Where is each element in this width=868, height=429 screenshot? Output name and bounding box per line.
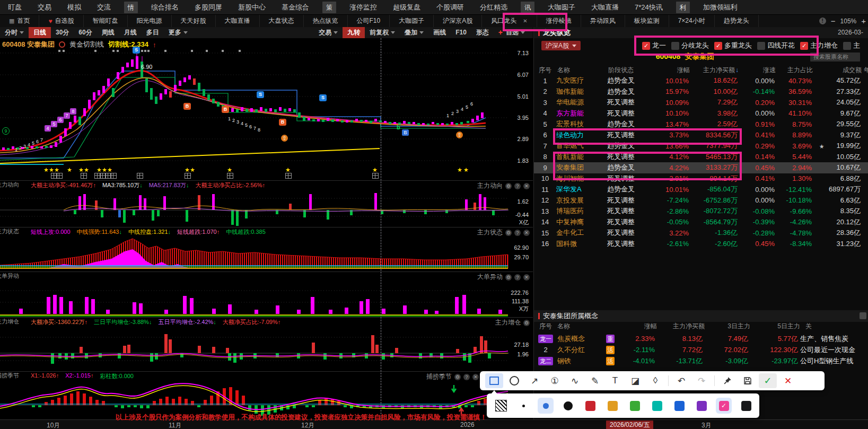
menu-item[interactable]: 盯盘 [0, 0, 30, 14]
menu-item[interactable]: 模拟 [59, 0, 89, 14]
mini-grid-icon[interactable] [285, 173, 292, 179]
table-row[interactable]: 3 华电能源 死叉调整 10.09% 7.29亿 0.20% 30.31% 24… [534, 97, 868, 108]
menu-item[interactable]: 新股中心 [230, 0, 274, 14]
menu-item[interactable]: 7*24快讯 [627, 0, 671, 14]
tool-button[interactable]: F10 [451, 27, 471, 38]
table-row[interactable]: 1 九安医疗 趋势金叉 10.01% 18.62亿 0.00% 40.73% 4… [534, 75, 868, 86]
menu-item[interactable]: 多股同屏 [187, 0, 230, 14]
palette-swatch[interactable] [560, 398, 576, 414]
tool-button[interactable]: 形态 [471, 27, 494, 38]
tab[interactable]: 首页 [0, 15, 39, 27]
number-stamp-tool[interactable]: ① [546, 373, 564, 388]
period-button[interactable]: 多日 [142, 27, 164, 38]
palette-swatch[interactable] [694, 398, 709, 414]
mini-grid-icon[interactable] [110, 173, 117, 179]
help-icon[interactable]: ? [514, 183, 521, 189]
close-icon[interactable]: ✕ [523, 274, 530, 281]
tab[interactable]: 7×24小时 [669, 15, 715, 27]
period-button[interactable]: 月线 [119, 27, 142, 38]
menu-item[interactable]: 交易 [30, 0, 59, 14]
table-row[interactable]: 12 京投发展 死叉调整 -7.24% -6752.86万 0.00% -10.… [534, 195, 868, 206]
indicator-panel-zhuli-zhuangtai[interactable]: 主力状态 短线上攻:0.000中线强势:11.643↓中线控盘:1.321↓短线… [0, 227, 533, 272]
tab[interactable]: 大盘状态 [260, 15, 304, 27]
cancel-button[interactable]: ✕ [779, 373, 797, 388]
menu-item[interactable]: 基金综合 [274, 0, 317, 14]
tab[interactable]: 热点纵览 [304, 15, 348, 27]
table-row[interactable]: 13 博瑞医药 死叉调整 -2.86% -8072.72万 -0.08% -9.… [534, 206, 868, 217]
tab[interactable]: 板块监测 [625, 15, 669, 27]
palette-swatch[interactable] [604, 398, 620, 414]
market-select-button[interactable]: 沪深A股 [541, 41, 581, 50]
palette-swatch[interactable] [738, 398, 754, 414]
palette-swatch[interactable] [538, 398, 554, 414]
pin-button[interactable] [718, 373, 737, 388]
main-chart[interactable]: 600408 安泰集团 黄金切割线 切割线:2.334 ↑ 6 [0, 38, 533, 180]
mini-grid-icon[interactable] [227, 173, 233, 179]
redo-button[interactable]: ↷ [692, 373, 711, 388]
tab[interactable]: 大咖直播 [216, 15, 260, 27]
tool-button[interactable]: 前复权 [365, 27, 400, 38]
rectangle-tool[interactable] [485, 373, 503, 388]
tab[interactable]: 大咖圆子 [390, 15, 434, 27]
palette-swatch[interactable]: ✓ [716, 398, 732, 414]
period-button[interactable]: 60分 [74, 27, 97, 38]
tab[interactable]: 公司F10 [348, 15, 390, 27]
table-row[interactable]: 2 久不分红 活 -2.11% 7.72亿 72.02亿 122.30亿 公司最… [534, 344, 868, 355]
freehand-tool[interactable]: ∿ [566, 373, 584, 388]
gear-icon[interactable]: ⚙ [505, 183, 512, 189]
table-row[interactable]: 4 东方新能 死叉调整 10.10% 3.98亿 0.00% 41.10% 9.… [534, 108, 868, 119]
help-icon[interactable]: ? [514, 274, 521, 281]
gear-icon[interactable]: ⚙ [523, 320, 530, 326]
undo-button[interactable]: ↶ [672, 373, 690, 388]
palette-swatch[interactable] [515, 398, 531, 414]
menu-item[interactable]: 分红精选 [472, 0, 515, 14]
checkbox-icon[interactable] [843, 42, 851, 50]
mini-grid-icon[interactable] [372, 173, 379, 179]
indicator-icon[interactable] [59, 41, 65, 48]
table-row[interactable]: 龙一 焦炭概念 重 2.33% 8.13亿 7.49亿 5.77亿 生产、销售焦… [534, 333, 868, 344]
menu-item[interactable]: 个股调研 [428, 0, 472, 14]
tab[interactable]: 趋势龙头 [715, 15, 759, 27]
palette-swatch[interactable] [649, 398, 665, 414]
help-icon[interactable]: ? [514, 230, 521, 236]
tab[interactable]: 阳光电源 [128, 15, 172, 27]
period-button[interactable]: 周线 [97, 27, 119, 38]
table-row[interactable]: 2 珈伟新能 趋势金叉 15.97% 10.00亿 -0.14% 36.59% … [534, 86, 868, 98]
tab[interactable]: 异动跟风 [581, 15, 625, 27]
eraser-tool[interactable]: ◊ [646, 373, 664, 388]
arrow-tool[interactable]: ↗ [525, 373, 543, 388]
tool-button[interactable]: 画线 [428, 27, 451, 38]
gear-icon[interactable]: ⚙ [454, 374, 461, 380]
mini-grid-icon[interactable] [56, 173, 63, 179]
text-tool[interactable]: T [606, 373, 624, 388]
tool-button[interactable]: 叠加 [400, 27, 428, 38]
tool-button[interactable]: 九转 [343, 27, 365, 38]
gear-icon[interactable]: ⚙ [505, 230, 512, 236]
mini-grid-icon[interactable] [81, 173, 87, 179]
favorite-icon[interactable]: ★ [819, 143, 825, 150]
period-button[interactable]: 30分 [51, 27, 74, 38]
menu-item[interactable]: 大咖直播 [583, 0, 627, 14]
tab[interactable]: 沪深京A股 [434, 15, 482, 27]
menu-item[interactable]: 利 [676, 2, 690, 13]
table-row[interactable]: 16 国科微 死叉调整 -2.61% -2.60亿 0.45% -8.34% 3… [534, 239, 868, 250]
close-icon[interactable]: ✕ [523, 230, 530, 236]
menu-item[interactable]: 涨停监控 [341, 0, 385, 14]
ellipse-tool[interactable] [505, 373, 523, 388]
palette-swatch[interactable] [671, 398, 687, 414]
table-row[interactable]: 11 深华发A 趋势金叉 10.01% -856.04万 0.00% -12.4… [534, 184, 868, 195]
indicator-panel-zhuli-dongxiang[interactable]: 主力动向 大额主动净买:-491.46万↑MA3:785.10万↓MA5:217… [0, 180, 533, 227]
menu-item[interactable]: 交流 [89, 0, 119, 14]
info-icon[interactable]: ! [819, 17, 826, 24]
tab[interactable]: 天天好股 [172, 15, 216, 27]
indicator-name[interactable]: 黄金切割线 [69, 40, 104, 49]
period-button[interactable]: 分时 [0, 27, 29, 38]
close-icon[interactable]: ✕ [523, 183, 530, 189]
menu-item[interactable]: 超级复盘 [385, 0, 428, 14]
palette-swatch[interactable] [582, 398, 598, 414]
filter-checkbox[interactable]: 主 [843, 41, 860, 50]
mini-grid-icon[interactable] [185, 173, 191, 179]
zoom-in-button[interactable]: + [861, 16, 866, 25]
menu-item[interactable]: 情 [124, 2, 138, 13]
palette-swatch[interactable] [627, 398, 643, 414]
